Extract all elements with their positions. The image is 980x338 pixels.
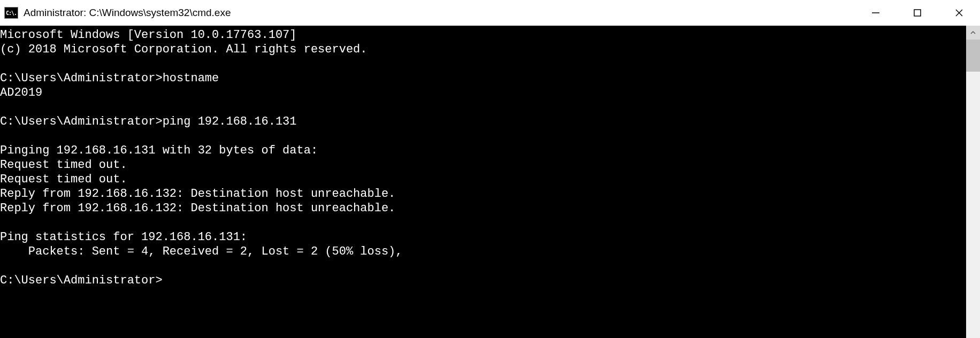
maximize-icon bbox=[913, 9, 922, 17]
terminal-line bbox=[0, 216, 966, 230]
close-icon bbox=[955, 9, 963, 17]
terminal-line: Pinging 192.168.16.131 with 32 bytes of … bbox=[0, 143, 966, 158]
scroll-up-button[interactable] bbox=[966, 26, 980, 40]
terminal-output[interactable]: Microsoft Windows [Version 10.0.17763.10… bbox=[0, 26, 966, 338]
close-button[interactable] bbox=[938, 0, 980, 26]
terminal-line: Request timed out. bbox=[0, 172, 966, 187]
window-controls bbox=[855, 0, 980, 26]
terminal-line: Ping statistics for 192.168.16.131: bbox=[0, 230, 966, 244]
terminal-line: Microsoft Windows [Version 10.0.17763.10… bbox=[0, 28, 966, 42]
window-titlebar: C:\. Administrator: C:\Windows\system32\… bbox=[0, 0, 980, 26]
terminal-line bbox=[0, 259, 966, 273]
terminal-line: AD2019 bbox=[0, 86, 966, 100]
terminal-line: C:\Users\Administrator>hostname bbox=[0, 71, 966, 86]
terminal-line: Packets: Sent = 4, Received = 2, Lost = … bbox=[0, 244, 966, 259]
terminal-line bbox=[0, 57, 966, 71]
terminal-line: (c) 2018 Microsoft Corporation. All righ… bbox=[0, 42, 966, 57]
vertical-scrollbar[interactable] bbox=[966, 26, 980, 338]
terminal-line: Request timed out. bbox=[0, 158, 966, 172]
terminal-line bbox=[0, 129, 966, 143]
cmd-app-icon: C:\. bbox=[4, 7, 18, 19]
chevron-up-icon bbox=[970, 30, 976, 35]
minimize-button[interactable] bbox=[855, 0, 897, 26]
terminal-line: Reply from 192.168.16.132: Destination h… bbox=[0, 187, 966, 201]
cmd-app-icon-label: C:\. bbox=[6, 10, 17, 16]
terminal-line: Reply from 192.168.16.132: Destination h… bbox=[0, 201, 966, 216]
terminal-wrapper: Microsoft Windows [Version 10.0.17763.10… bbox=[0, 26, 980, 338]
window-title: Administrator: C:\Windows\system32\cmd.e… bbox=[24, 7, 231, 19]
scrollbar-thumb[interactable] bbox=[966, 40, 980, 72]
svg-rect-1 bbox=[914, 10, 921, 16]
terminal-line: C:\Users\Administrator> bbox=[0, 273, 966, 288]
maximize-button[interactable] bbox=[897, 0, 938, 26]
terminal-line: C:\Users\Administrator>ping 192.168.16.1… bbox=[0, 114, 966, 129]
terminal-line bbox=[0, 100, 966, 114]
minimize-icon bbox=[871, 9, 880, 17]
